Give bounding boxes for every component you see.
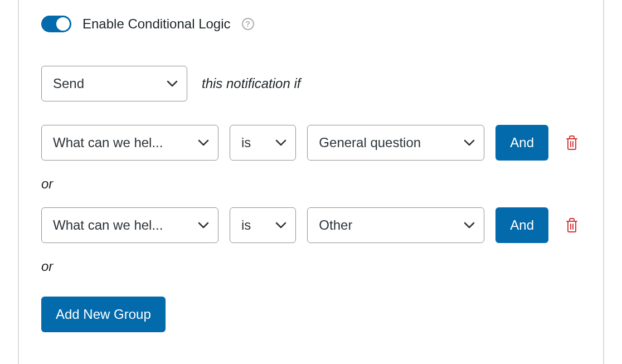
- toggle-label: Enable Conditional Logic: [82, 16, 231, 32]
- condition-operator-select[interactable]: is: [230, 207, 296, 243]
- chevron-down-icon: [464, 139, 475, 146]
- condition-row: What can we hel... is Other And: [41, 207, 581, 243]
- condition-operator-value: is: [241, 217, 251, 233]
- condition-value-text: Other: [319, 217, 352, 233]
- add-new-group-button[interactable]: Add New Group: [41, 297, 166, 332]
- chevron-down-icon: [198, 139, 209, 146]
- condition-operator-value: is: [241, 135, 251, 151]
- help-icon[interactable]: ?: [242, 18, 254, 30]
- action-select-value: Send: [53, 76, 84, 91]
- toggle-knob: [56, 17, 70, 31]
- condition-field-select[interactable]: What can we hel...: [41, 207, 218, 243]
- condition-value-select[interactable]: General question: [307, 125, 484, 161]
- enable-toggle[interactable]: [41, 16, 71, 32]
- action-suffix-text: this notification if: [202, 76, 300, 91]
- chevron-down-icon: [198, 222, 209, 229]
- chevron-down-icon: [275, 222, 286, 229]
- chevron-down-icon: [275, 139, 286, 146]
- and-button[interactable]: And: [495, 125, 548, 161]
- trash-icon: [565, 135, 579, 150]
- conditional-logic-panel: Enable Conditional Logic ? Send this not…: [18, 0, 604, 364]
- condition-field-value: What can we hel...: [53, 135, 163, 151]
- condition-value-select[interactable]: Other: [307, 207, 484, 243]
- action-select[interactable]: Send: [41, 66, 187, 101]
- toggle-row: Enable Conditional Logic ?: [41, 16, 581, 32]
- trash-icon: [565, 218, 579, 232]
- condition-operator-select[interactable]: is: [230, 125, 296, 161]
- delete-condition-button[interactable]: [563, 216, 581, 235]
- delete-condition-button[interactable]: [563, 133, 581, 152]
- condition-value-text: General question: [319, 135, 421, 151]
- and-button[interactable]: And: [495, 207, 548, 243]
- chevron-down-icon: [167, 80, 178, 87]
- or-separator: or: [41, 176, 581, 192]
- or-separator: or: [41, 259, 581, 274]
- action-row: Send this notification if: [41, 66, 581, 101]
- condition-field-value: What can we hel...: [53, 217, 163, 233]
- chevron-down-icon: [464, 222, 475, 229]
- condition-field-select[interactable]: What can we hel...: [41, 125, 218, 161]
- condition-row: What can we hel... is General question A…: [41, 125, 581, 161]
